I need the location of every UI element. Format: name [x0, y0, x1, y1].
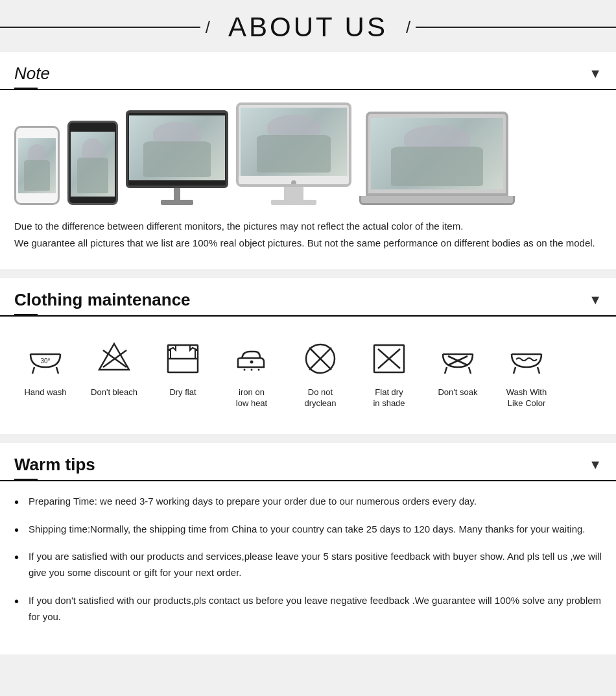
dry-flat-icon	[160, 335, 206, 382]
care-label-nosoak: Don't soak	[438, 387, 477, 398]
header-slash-right: /	[406, 18, 410, 38]
svg-line-26	[514, 367, 515, 374]
device-monitor	[126, 110, 228, 205]
care-label-flatdryshade: Flat dryin shade	[373, 387, 405, 409]
svg-point-11	[251, 369, 253, 371]
flat-dry-shade-icon	[366, 335, 412, 382]
wash-like-color-icon	[503, 335, 550, 382]
care-item-washlikecolor: Wash WithLike Color	[495, 335, 558, 409]
care-item-dryflat: Dry flat	[152, 335, 214, 398]
note-disclaimer: Due to the difference between different …	[14, 218, 602, 251]
clothing-section: Clothing maintenance ▼	[0, 278, 616, 434]
care-item-ironlow: iron onlow heat	[220, 335, 283, 409]
care-item-flatdryshade: Flat dryin shade	[358, 335, 420, 409]
no-dryclean-icon	[297, 335, 344, 382]
device-phone1	[14, 126, 60, 205]
clothing-section-arrow: ▼	[589, 293, 602, 307]
device-imac	[236, 102, 351, 205]
header-line-right	[416, 27, 616, 28]
care-label-handwash: Hand wash	[24, 387, 66, 398]
svg-line-22	[469, 367, 471, 374]
note-section-title: Note	[14, 64, 50, 83]
care-label-washlikecolor: Wash WithLike Color	[506, 387, 547, 409]
no-bleach-icon	[91, 335, 137, 382]
no-soak-icon	[434, 335, 481, 382]
svg-line-21	[445, 367, 447, 374]
warm-tips-arrow: ▼	[589, 457, 602, 472]
care-label-nobleach: Don't bleach	[91, 387, 137, 398]
clothing-section-header[interactable]: Clothing maintenance ▼	[0, 278, 616, 317]
svg-point-10	[244, 369, 246, 371]
list-item: Preparing Time: we need 3-7 working days…	[14, 494, 602, 510]
care-item-handwash: 30° Hand wash	[14, 335, 77, 398]
device-laptop	[359, 112, 515, 205]
note-section-arrow: ▼	[589, 66, 602, 81]
warm-tips-content: Preparing Time: we need 3-7 working days…	[0, 481, 616, 655]
tips-list: Preparing Time: we need 3-7 working days…	[14, 494, 602, 625]
svg-text:30°: 30°	[40, 357, 50, 365]
note-section: Note ▼	[0, 52, 616, 269]
svg-line-1	[32, 367, 34, 374]
care-item-nodryclean: Do notdryclean	[289, 335, 351, 409]
svg-line-2	[56, 367, 58, 374]
note-content: Due to the difference between different …	[0, 90, 616, 269]
care-item-nobleach: Don't bleach	[83, 335, 145, 398]
svg-point-13	[250, 361, 254, 364]
svg-point-12	[258, 369, 260, 371]
list-item: If you don't satisfied with our products…	[14, 593, 602, 625]
care-icons-row: 30° Hand wash Don't bleach	[14, 329, 602, 416]
clothing-section-title: Clothing maintenance	[14, 290, 191, 309]
svg-line-27	[538, 367, 539, 374]
care-label-nodryclean: Do notdryclean	[304, 387, 336, 409]
header-line-left	[0, 27, 200, 28]
warm-tips-title: Warm tips	[14, 455, 95, 474]
care-item-nosoak: Don't soak	[427, 335, 489, 398]
hand-wash-icon: 30°	[22, 335, 69, 382]
header-slash-left: /	[206, 18, 210, 38]
note-section-header[interactable]: Note ▼	[0, 52, 616, 90]
care-label-dryflat: Dry flat	[169, 387, 196, 398]
warm-tips-section: Warm tips ▼ Preparing Time: we need 3-7 …	[0, 443, 616, 655]
care-label-ironlow: iron onlow heat	[236, 387, 267, 409]
list-item: If you are satisfied with our products a…	[14, 549, 602, 581]
iron-low-heat-icon	[228, 335, 275, 382]
devices-row	[14, 102, 602, 205]
warm-tips-header[interactable]: Warm tips ▼	[0, 443, 616, 481]
page-title: ABOUT US	[215, 12, 401, 43]
list-item: Shipping time:Normally, the shipping tim…	[14, 522, 602, 538]
device-phone2	[67, 121, 118, 205]
clothing-content: 30° Hand wash Don't bleach	[0, 316, 616, 434]
page-header: / ABOUT US /	[0, 0, 616, 52]
